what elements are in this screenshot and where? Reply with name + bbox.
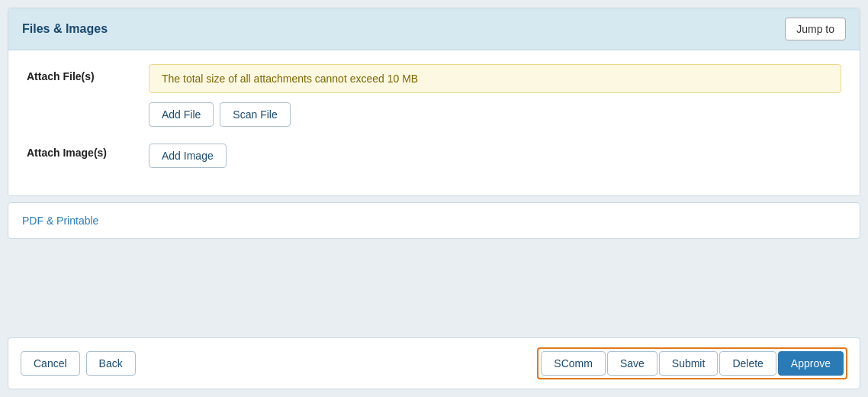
jump-to-button[interactable]: Jump to [785,18,846,40]
footer-left-buttons: Cancel Back [21,351,136,376]
scomm-button[interactable]: SComm [541,351,606,376]
add-file-button[interactable]: Add File [149,102,214,127]
files-images-section: Files & Images Jump to Attach File(s) Th… [8,8,860,196]
image-buttons: Add Image [149,144,841,168]
section-body: Attach File(s) The total size of all att… [8,50,860,195]
add-image-button[interactable]: Add Image [149,144,227,168]
section-title: Files & Images [22,22,108,36]
submit-button[interactable]: Submit [659,351,719,376]
attach-images-row: Attach Image(s) Add Image [27,140,841,168]
scan-file-button[interactable]: Scan File [220,102,290,127]
attach-files-row: Attach File(s) The total size of all att… [27,64,841,127]
pdf-printable-link[interactable]: PDF & Printable [22,215,98,227]
cancel-button[interactable]: Cancel [21,351,80,376]
section-header: Files & Images Jump to [8,8,860,50]
approve-button[interactable]: Approve [778,351,844,376]
delete-button[interactable]: Delete [719,351,776,376]
attach-images-content: Add Image [149,140,841,168]
attach-files-content: The total size of all attachments cannot… [149,64,841,127]
attachment-notice: The total size of all attachments cannot… [149,64,841,93]
pdf-printable-section: PDF & Printable [8,202,860,239]
footer-right-buttons: SComm Save Submit Delete Approve [537,347,847,379]
attach-files-label: Attach File(s) [27,64,149,82]
attach-images-label: Attach Image(s) [27,140,149,159]
save-button[interactable]: Save [607,351,657,376]
footer-action-bar: Cancel Back SComm Save Submit Delete App… [8,337,860,389]
back-button[interactable]: Back [86,351,136,376]
file-buttons: Add File Scan File [149,102,841,127]
